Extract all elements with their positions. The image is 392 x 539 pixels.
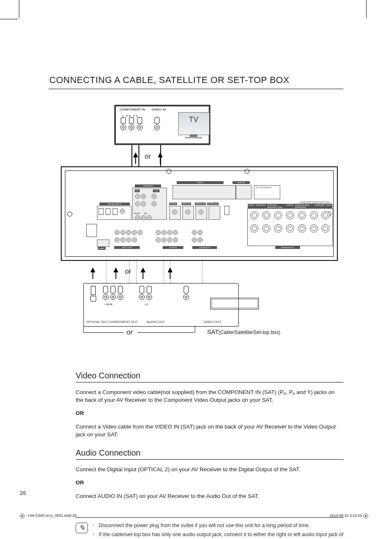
or-rule	[83, 332, 124, 333]
footer-file: - HW-C900-XAA_0831.indd 26	[20, 514, 76, 518]
component-in-label: COMPONENT IN	[118, 108, 146, 111]
digital-audio-in-label: DIGITAL AUDIO IN	[99, 203, 130, 205]
print-footer: - HW-C900-XAA_0831.indd 26 2010-08-31 6:…	[20, 514, 368, 518]
or-label: or	[125, 267, 131, 276]
speakers-out-label: SPEAKERS OUT	[275, 246, 300, 249]
multich-label: MULTI CH IN	[114, 246, 140, 249]
video-plug	[154, 117, 160, 131]
sat-output-labels: OPTICAL OUT COMPONENT OUT AUDIO OUT VIDE…	[84, 320, 238, 324]
component-in-sub: IN	[135, 189, 140, 192]
video-out-label: VIDEO OUT	[182, 203, 191, 205]
crop-mark	[0, 19, 18, 19]
service-label: ONLY FOR SERVICE	[256, 187, 272, 189]
audio-plugs	[139, 286, 152, 300]
page-title: CONNECTING A CABLE, SATELLITE OR SET-TOP…	[49, 75, 344, 85]
notes-block: ✎ Disconnect the power plug from the out…	[76, 522, 344, 539]
cable-line	[131, 145, 132, 166]
video-in-label: VIDEO IN	[169, 203, 177, 205]
note-icon: ✎	[76, 523, 88, 533]
hdmi-in-label: HDMI IN	[177, 181, 224, 184]
arrow-stem	[143, 272, 143, 279]
arrow-stem	[160, 157, 161, 164]
tv-label: TV	[179, 115, 208, 124]
title-rule	[48, 89, 344, 89]
or-separator: OR	[76, 479, 344, 486]
audio-connection-heading: Audio Connection	[76, 448, 344, 458]
or-rule	[137, 332, 195, 333]
sat-ypbpr: Y PB PR	[104, 303, 113, 306]
or-separator: OR	[76, 409, 344, 417]
tv-base	[185, 137, 202, 138]
cable-dashed	[164, 259, 164, 283]
video-connection-heading: Video Connection	[76, 371, 344, 380]
sub-audio-in-label: SUB AUDIO IN	[192, 246, 217, 249]
remote-out-label: REMOTE OUT	[195, 203, 206, 205]
arrow-stem	[170, 272, 171, 279]
note-item: Disconnect the power plug from the outle…	[93, 522, 344, 529]
arrow-stem	[92, 272, 93, 279]
connection-diagram: COMPONENT IN VIDEO IN Y PB PR TV	[48, 105, 344, 361]
component-label: COMPONENT	[135, 184, 161, 187]
video-plug	[183, 286, 189, 300]
video-para-1: Connect a Component video cable(not supp…	[76, 388, 344, 404]
or-label: or	[145, 152, 151, 161]
page-number: 26	[20, 490, 26, 496]
audio-in-label: AUDIO IN	[163, 246, 183, 249]
crop-mark	[366, 0, 367, 18]
or-label: or	[127, 328, 133, 336]
component-plugs	[103, 286, 123, 300]
subheading-rule	[76, 459, 344, 460]
audio-para-2: Connect AUDIO IN (SAT) on your AV Receiv…	[76, 492, 344, 500]
arrow-stem	[115, 272, 116, 279]
hdmi-out-label: HDMI OUT	[233, 181, 250, 184]
audio-para-1: Connect the Digital Input (OPTICAL 2) on…	[76, 465, 344, 473]
trigger-out-label: TRIGGER OUT	[207, 203, 219, 205]
dvd-bd-label: DVD/BD	[134, 212, 140, 214]
cable-dashed	[106, 259, 106, 283]
arrow-stem	[135, 157, 136, 164]
speakers-out-panel: FRONT SURROUND SURROUND BACK/FRONT HIGH …	[247, 208, 333, 246]
footer-date: 2010-08-31 6:22:02	[330, 514, 368, 518]
or-tick	[83, 326, 84, 332]
sat-caption: SAT(Cable/Satellite/Set-top box)	[207, 328, 280, 335]
subheading-rule	[76, 382, 344, 382]
cable-dashed	[136, 259, 137, 283]
tv-labels: COMPONENT IN VIDEO IN	[116, 108, 209, 111]
cable-dashed	[202, 259, 203, 283]
video-in-label: VIDEO IN	[150, 108, 167, 111]
fm-ant-label: FM ANT	[98, 247, 106, 250]
or-tick	[195, 326, 195, 332]
video-para-2: Connect a Video cable from the VIDEO IN …	[76, 423, 344, 438]
component-out-sub: OUT	[153, 189, 159, 192]
optical-plug-icon	[90, 286, 96, 302]
sat-lr: L R	[145, 303, 148, 306]
sat-label: SAT	[144, 212, 147, 214]
cable-line	[138, 145, 139, 166]
note-item: If the cable/set-top box has only one au…	[93, 531, 344, 539]
crop-mark	[19, 0, 19, 18]
component-plugs	[120, 117, 143, 131]
settop-box-icon	[210, 298, 259, 309]
av-receiver-rear-panel: HDMI IN HDMI OUT ONLY FOR SERVICE COMPON…	[61, 166, 338, 261]
